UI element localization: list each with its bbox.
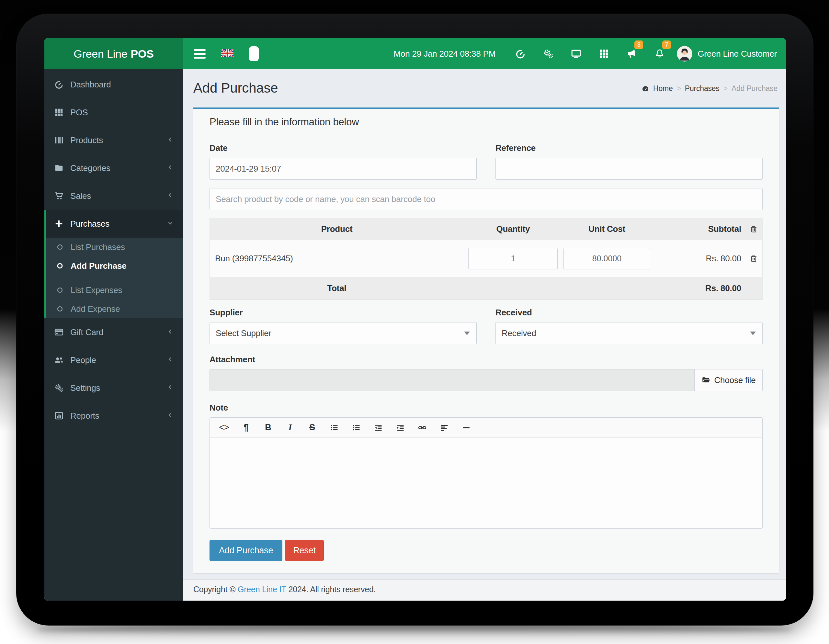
purchase-items-table: Product Quantity Unit Cost Subtotal Bun … xyxy=(210,218,763,300)
sidebar-item-add-expense[interactable]: Add Expense xyxy=(46,299,183,318)
supplier-select[interactable]: Select Supplier xyxy=(210,322,477,344)
uk-flag-icon[interactable] xyxy=(221,49,233,58)
sidebar-item-list-expenses[interactable]: List Expenses xyxy=(46,281,183,299)
caret-down-icon xyxy=(464,332,470,335)
unit-cost-input[interactable] xyxy=(563,248,650,269)
tablet-frame: Green Line POS Mon 29 Jan 2024 08:38 PM xyxy=(16,14,813,625)
indent-icon xyxy=(396,423,405,432)
link-button[interactable] xyxy=(411,418,433,438)
announcements-badge: 3 xyxy=(634,41,643,49)
gauge-icon xyxy=(54,80,65,89)
choose-file-button[interactable]: Choose file xyxy=(694,369,762,391)
code-view-button[interactable]: <> xyxy=(213,418,235,438)
bar-chart-icon xyxy=(54,411,65,420)
add-purchase-card: Please fill in the information below Dat… xyxy=(193,107,779,573)
copyright-prefix: Copyright © xyxy=(193,585,238,594)
pos-settings-cogs-icon[interactable] xyxy=(534,48,562,59)
col-header-subtotal: Subtotal xyxy=(651,224,745,234)
strikethrough-button[interactable]: S xyxy=(301,418,323,438)
horizontal-rule-button[interactable] xyxy=(455,418,478,438)
chevron-left-icon xyxy=(167,164,174,172)
top-navbar: Green Line POS Mon 29 Jan 2024 08:38 PM xyxy=(44,38,786,69)
indent-button[interactable] xyxy=(389,418,411,438)
sidebar-item-purchases[interactable]: Purchases xyxy=(46,210,183,238)
add-purchase-button[interactable]: Add Purchase xyxy=(210,540,282,561)
monitor-icon[interactable] xyxy=(562,48,590,59)
note-editor-body[interactable] xyxy=(210,438,762,528)
sidebar-toggle-icon[interactable] xyxy=(194,49,206,58)
clock-datetime: Mon 29 Jan 2024 08:38 PM xyxy=(394,49,496,59)
italic-button[interactable]: I xyxy=(279,418,301,438)
cart-icon xyxy=(54,191,65,201)
sidebar-item-gift-card[interactable]: Gift Card xyxy=(44,318,183,346)
outdent-button[interactable] xyxy=(367,418,389,438)
plus-icon xyxy=(54,219,65,228)
reset-button[interactable]: Reset xyxy=(285,540,324,561)
grid-icon xyxy=(54,107,65,117)
brand-name: Green Line xyxy=(74,47,127,60)
date-label: Date xyxy=(210,143,477,153)
trash-icon xyxy=(749,225,758,233)
total-value: Rs. 80.00 xyxy=(651,283,745,293)
chevron-left-icon xyxy=(167,328,174,336)
sidebar-item-reports[interactable]: Reports xyxy=(44,402,183,430)
sidebar-item-people[interactable]: People xyxy=(44,346,183,374)
received-label: Received xyxy=(495,308,763,318)
align-left-button[interactable] xyxy=(433,418,455,438)
apps-grid-icon[interactable] xyxy=(590,48,618,59)
sidebar-item-list-purchases[interactable]: List Purchases xyxy=(46,238,183,257)
bold-button[interactable]: B xyxy=(257,418,279,438)
notifications-bell-icon[interactable]: 7 xyxy=(646,48,673,59)
unordered-list-button[interactable] xyxy=(323,418,345,438)
outdent-icon xyxy=(374,423,383,432)
note-label: Note xyxy=(210,403,763,413)
navbar-left xyxy=(183,38,259,69)
received-selected-value: Received xyxy=(501,328,536,339)
user-avatar[interactable] xyxy=(677,46,692,61)
reference-input[interactable] xyxy=(495,158,763,180)
supplier-label: Supplier xyxy=(210,308,477,318)
breadcrumb-purchases[interactable]: Purchases xyxy=(685,84,720,93)
sidebar-item-dashboard[interactable]: Dashboard xyxy=(44,71,183,98)
folder-icon xyxy=(54,163,65,173)
sidebar-item-add-purchase[interactable]: Add Purchase xyxy=(46,257,183,275)
app-screen: Green Line POS Mon 29 Jan 2024 08:38 PM xyxy=(44,38,786,601)
breadcrumb-separator: > xyxy=(723,84,728,93)
horizontal-rule-icon xyxy=(462,423,471,432)
delete-row-button[interactable] xyxy=(749,254,758,263)
sidebar-item-sales[interactable]: Sales xyxy=(44,182,183,210)
sidebar-item-categories[interactable]: Categories xyxy=(44,154,183,182)
quantity-input[interactable] xyxy=(468,248,558,269)
attachment-file-input[interactable]: Choose file xyxy=(210,369,763,391)
user-name[interactable]: Green Line Customer xyxy=(698,49,777,59)
brand-suffix: POS xyxy=(131,47,154,60)
trash-icon xyxy=(749,254,758,263)
brand-logo[interactable]: Green Line POS xyxy=(44,38,183,69)
received-select[interactable]: Received xyxy=(495,322,763,344)
note-toolbar: <> ¶ B I S xyxy=(210,418,762,438)
chevron-down-icon xyxy=(167,219,174,228)
announcements-megaphone-icon[interactable]: 3 xyxy=(618,48,646,59)
credit-card-icon xyxy=(54,328,65,337)
company-link[interactable]: Green Line IT xyxy=(238,585,286,594)
paragraph-style-button[interactable]: ¶ xyxy=(235,418,257,438)
ordered-list-button[interactable] xyxy=(345,418,367,438)
caret-down-icon xyxy=(750,332,756,335)
sidebar-item-settings[interactable]: Settings xyxy=(44,374,183,402)
sidebar-item-products[interactable]: Products xyxy=(44,126,183,154)
total-label: Total xyxy=(210,283,464,293)
home-gauge-icon xyxy=(641,85,649,93)
product-search-input[interactable] xyxy=(210,188,763,210)
copyright-suffix: 2024. All rights reserved. xyxy=(286,585,376,594)
sidebar-item-pos[interactable]: POS xyxy=(44,98,183,126)
breadcrumb-home[interactable]: Home xyxy=(653,84,673,93)
dashboard-gauge-icon[interactable] xyxy=(506,48,534,59)
circle-icon xyxy=(56,244,64,250)
fullscreen-icon[interactable] xyxy=(249,46,259,61)
circle-icon xyxy=(56,287,64,294)
date-input[interactable] xyxy=(210,158,477,180)
breadcrumb: Home > Purchases > Add Purchase xyxy=(641,84,777,93)
navbar-right: Mon 29 Jan 2024 08:38 PM xyxy=(394,38,786,69)
circle-icon xyxy=(56,305,64,312)
main-content: Add Purchase Home > Purchases > Add Purc… xyxy=(183,69,786,601)
